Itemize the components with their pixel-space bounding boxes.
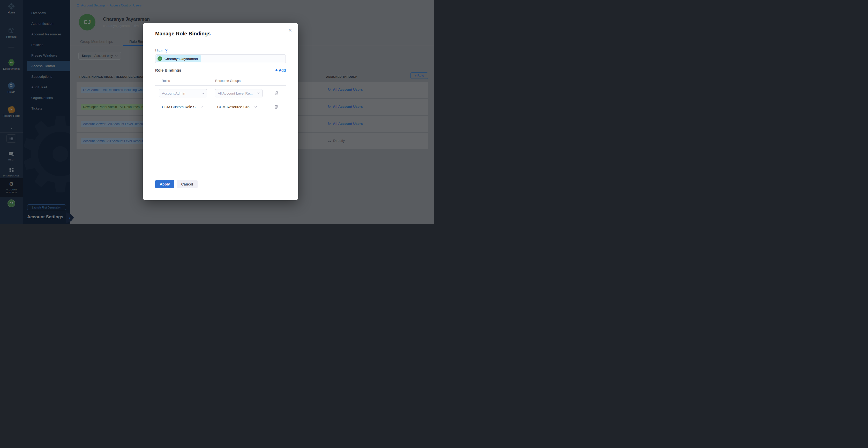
chevron-down-icon: [202, 93, 204, 94]
chevron-down-icon: [254, 106, 257, 108]
role-select-row2[interactable]: CCM Custom Role S...: [162, 103, 203, 111]
resource-group-select-row2[interactable]: CCM-Resource-Gro...: [217, 103, 257, 111]
trash-icon: [274, 91, 278, 95]
close-icon[interactable]: ✕: [287, 27, 293, 34]
divider: [155, 85, 286, 85]
resource-groups-column-label: Resource Groups: [215, 79, 241, 83]
user-select-input[interactable]: CJ Charanya Jayaraman: [155, 54, 286, 63]
cancel-button[interactable]: Cancel: [177, 180, 197, 188]
section-title: Role Bindings: [155, 68, 181, 72]
add-binding-button[interactable]: + Add: [275, 68, 286, 72]
delete-binding-button[interactable]: [273, 104, 279, 110]
user-field-label: User i: [155, 48, 168, 53]
role-bindings-section-header: Role Bindings + Add: [155, 68, 286, 72]
role-select-row1[interactable]: Account Admin: [159, 89, 207, 97]
divider: [155, 101, 286, 101]
avatar: CJ: [157, 56, 162, 61]
chevron-down-icon: [201, 106, 203, 108]
trash-icon: [274, 104, 278, 109]
modal-title: Manage Role Bindings: [155, 31, 211, 37]
manage-role-bindings-modal: ✕ Manage Role Bindings User i CJ Charany…: [143, 23, 298, 200]
apply-button[interactable]: Apply: [155, 180, 174, 188]
user-chip: CJ Charanya Jayaraman: [156, 55, 201, 62]
delete-binding-button[interactable]: [273, 90, 279, 96]
info-icon[interactable]: i: [165, 49, 168, 53]
roles-column-label: Roles: [162, 79, 170, 83]
resource-group-select-row1[interactable]: All Account Level Re...: [215, 89, 262, 97]
chevron-down-icon: [257, 93, 260, 94]
app-root: Home Projects ∞ Deployments Builds ⚑: [0, 0, 434, 224]
plus-icon: +: [275, 68, 278, 72]
